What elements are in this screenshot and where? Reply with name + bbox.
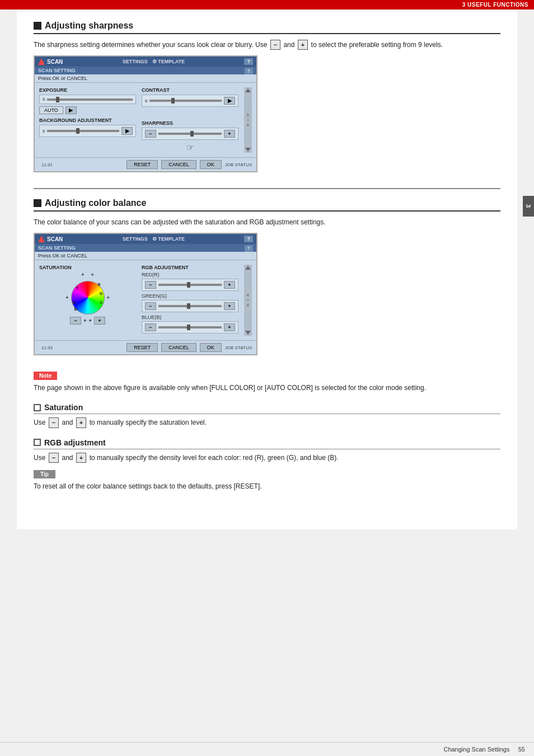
green-label: GREEN(G) xyxy=(142,293,238,299)
bottom-bar: Changing Scan Settings 55 xyxy=(0,742,534,756)
section-icon xyxy=(34,22,41,30)
scanner-body-2: SATURATION + + + R Y G xyxy=(35,260,256,340)
red-plus-btn[interactable]: + xyxy=(224,281,235,289)
reset-btn-2[interactable]: RESET xyxy=(127,343,158,352)
contrast-track xyxy=(149,100,222,102)
scan-label-1: SCAN xyxy=(47,59,63,65)
tip-container: Tip To reset all of the color balance se… xyxy=(34,469,500,491)
color-wheel: R Y G C B M xyxy=(71,281,105,314)
section-sharpness-desc: The sharpness setting determines whether… xyxy=(34,40,500,50)
sharpness-slider[interactable]: − + xyxy=(142,128,238,140)
scroll-up-arrow-1 xyxy=(245,88,251,92)
rgb-minus-ref: − xyxy=(49,453,59,463)
time-1: 11:31 xyxy=(41,162,53,167)
contrast-play-btn[interactable]: ▶ xyxy=(224,97,235,105)
job-status-2: JOB STATUS xyxy=(225,345,252,350)
blue-thumb xyxy=(187,325,190,330)
help-btn-2[interactable]: ? xyxy=(244,236,253,242)
scanner-tabs-1: SETTINGS ⚙ TEMPLATE xyxy=(123,59,185,64)
rgb-adj-label: RGB ADJUSTMENT xyxy=(142,265,238,270)
template-tab-2[interactable]: ⚙ TEMPLATE xyxy=(152,236,185,242)
sharpness-minus-btn[interactable]: − xyxy=(145,130,156,138)
exposure-label: EXPOSURE xyxy=(39,87,136,93)
scanner-ui-sharpness: SCAN SETTINGS ⚙ TEMPLATE ? SCAN SETTING … xyxy=(34,55,257,172)
settings-tab-1[interactable]: SETTINGS xyxy=(123,59,148,64)
green-minus-btn[interactable]: − xyxy=(145,302,156,310)
exposure-play-btn[interactable]: ▶ xyxy=(65,106,77,114)
scan-logo-2: SCAN xyxy=(38,236,63,242)
contrast-label: CONTRAST xyxy=(142,87,238,93)
bg-thumb xyxy=(76,128,79,134)
tip-text: To reset all of the color balance settin… xyxy=(34,481,500,491)
blue-slider[interactable]: − + xyxy=(142,321,238,334)
sat-plus-ref: + xyxy=(76,417,86,428)
red-minus-btn[interactable]: − xyxy=(145,281,156,289)
plus-bottom-left: + xyxy=(83,318,86,323)
saturation-title: Saturation xyxy=(34,403,500,414)
green-track xyxy=(158,305,222,307)
blue-label: BLUE(B) xyxy=(142,314,238,320)
sat-plus-btn[interactable]: + xyxy=(94,317,105,325)
note-text: The page shown in the above figure is av… xyxy=(34,383,500,393)
color-wheel-labels: R Y G C B M xyxy=(72,281,104,314)
contrast-val: 0 xyxy=(145,98,147,104)
section-sharpness: Adjusting sharpness The sharpness settin… xyxy=(34,21,500,172)
scrollbar-1[interactable]: 3─4 xyxy=(244,87,252,153)
cancel-btn-2[interactable]: CANCEL xyxy=(161,343,196,352)
help-btn-1[interactable]: ? xyxy=(244,58,253,65)
green-plus-btn[interactable]: + xyxy=(224,302,235,310)
note-container: Note The page shown in the above figure … xyxy=(34,371,500,393)
red-thumb xyxy=(187,282,190,288)
job-status-1: JOB STATUS xyxy=(225,162,252,167)
rgb-plus-ref: + xyxy=(76,453,86,463)
sat-minus-btn[interactable]: − xyxy=(70,317,81,325)
page-number: 55 xyxy=(518,746,525,753)
scanner-tabs-2: SETTINGS ⚙ TEMPLATE xyxy=(123,236,185,242)
scanner-body-1: EXPOSURE 0 AUTO ▶ BACKGROUND ADJUSTMENT … xyxy=(35,83,256,157)
scrollbar-2[interactable]: 4─4 xyxy=(244,265,252,336)
cw-B-label: B xyxy=(74,307,77,311)
auto-btn[interactable]: AUTO xyxy=(39,106,63,114)
scanner-header-1: SCAN SETTINGS ⚙ TEMPLATE ? xyxy=(35,57,256,67)
cw-R-label: R xyxy=(97,283,100,287)
sharpness-track xyxy=(158,133,222,135)
scanner-left-panel-2: SATURATION + + + R Y G xyxy=(39,265,136,336)
plus-btn-ref: + xyxy=(298,40,308,50)
blue-track xyxy=(158,326,222,328)
template-tab-1[interactable]: ⚙ TEMPLATE xyxy=(152,59,185,64)
blue-plus-btn[interactable]: + xyxy=(224,323,235,331)
section-color-balance-title: Adjusting color balance xyxy=(34,198,500,212)
red-slider[interactable]: − + xyxy=(142,279,238,291)
note-label: Note xyxy=(34,372,57,380)
sharpness-plus-btn[interactable]: + xyxy=(224,130,235,138)
sat-controls: − + + + xyxy=(70,317,105,325)
top-bar: 3 USEFUL FUNCTIONS xyxy=(0,0,534,10)
green-slider[interactable]: − + xyxy=(142,300,238,312)
sat-minus-ref: − xyxy=(49,417,59,428)
blue-minus-btn[interactable]: − xyxy=(145,323,156,331)
plus-top-left: + xyxy=(81,272,84,278)
main-content: Adjusting sharpness The sharpness settin… xyxy=(17,10,517,529)
plus-bottom-right: + xyxy=(89,318,92,323)
contrast-slider[interactable]: 0 ▶ xyxy=(142,95,238,107)
cancel-btn-1[interactable]: CANCEL xyxy=(161,160,196,169)
scan-setting-label-1: SCAN SETTING ? xyxy=(35,67,256,74)
cw-G-label: G xyxy=(100,292,102,295)
reset-btn-1[interactable]: RESET xyxy=(127,160,158,169)
ok-btn-1[interactable]: OK xyxy=(200,160,222,169)
settings-tab-2[interactable]: SETTINGS xyxy=(123,236,148,242)
hand-cursor: ☞ xyxy=(142,142,238,153)
section-icon-2 xyxy=(34,199,41,207)
scroll-down-arrow-1 xyxy=(245,148,251,152)
bg-slider[interactable]: 0 ▶ xyxy=(39,125,136,137)
plus-left: + xyxy=(65,295,68,300)
scan-setting-label-2: SCAN SETTING ? xyxy=(35,244,256,252)
exposure-slider[interactable]: 0 xyxy=(39,95,136,104)
ok-btn-2[interactable]: OK xyxy=(200,343,222,352)
bg-play-btn[interactable]: ▶ xyxy=(121,127,133,135)
bottom-left: Changing Scan Settings xyxy=(443,746,509,753)
scroll-up-arrow-2 xyxy=(245,266,251,270)
scanner-right-panel-1: CONTRAST 0 ▶ SHARPNESS − xyxy=(142,87,238,153)
scanner-right-panel-2: RGB ADJUSTMENT RED(R) − + GREEN(G) − xyxy=(142,265,238,336)
scanner-header-2: SCAN SETTINGS ⚙ TEMPLATE ? xyxy=(35,234,256,244)
